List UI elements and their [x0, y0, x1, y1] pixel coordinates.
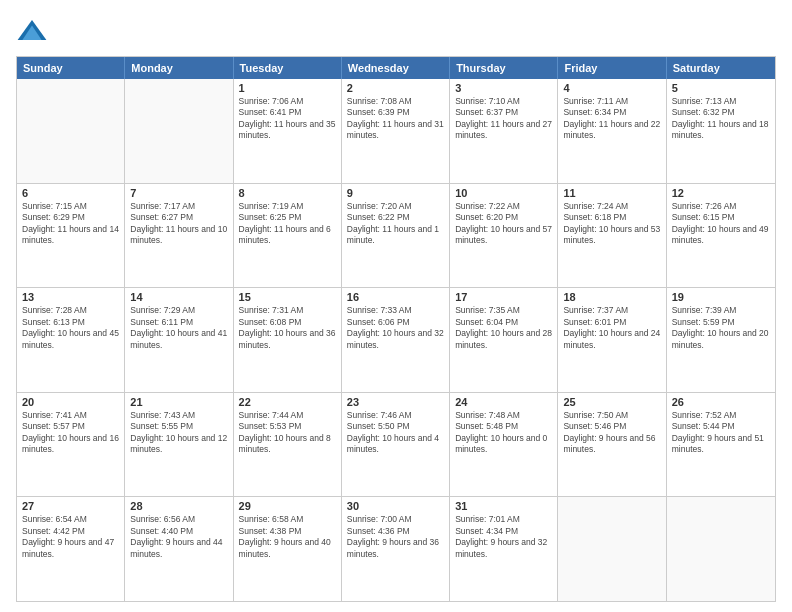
- day-number: 1: [239, 82, 336, 94]
- calendar-row-2: 13Sunrise: 7:28 AM Sunset: 6:13 PM Dayli…: [17, 287, 775, 392]
- day-cell-14: 14Sunrise: 7:29 AM Sunset: 6:11 PM Dayli…: [125, 288, 233, 392]
- day-info: Sunrise: 7:19 AM Sunset: 6:25 PM Dayligh…: [239, 201, 336, 247]
- day-info: Sunrise: 7:20 AM Sunset: 6:22 PM Dayligh…: [347, 201, 444, 247]
- day-cell-29: 29Sunrise: 6:58 AM Sunset: 4:38 PM Dayli…: [234, 497, 342, 601]
- day-info: Sunrise: 7:11 AM Sunset: 6:34 PM Dayligh…: [563, 96, 660, 142]
- day-info: Sunrise: 7:37 AM Sunset: 6:01 PM Dayligh…: [563, 305, 660, 351]
- day-cell-4: 4Sunrise: 7:11 AM Sunset: 6:34 PM Daylig…: [558, 79, 666, 183]
- day-info: Sunrise: 7:06 AM Sunset: 6:41 PM Dayligh…: [239, 96, 336, 142]
- day-info: Sunrise: 7:35 AM Sunset: 6:04 PM Dayligh…: [455, 305, 552, 351]
- logo-icon: [16, 16, 48, 48]
- day-info: Sunrise: 6:56 AM Sunset: 4:40 PM Dayligh…: [130, 514, 227, 560]
- calendar-row-0: 1Sunrise: 7:06 AM Sunset: 6:41 PM Daylig…: [17, 79, 775, 183]
- day-cell-26: 26Sunrise: 7:52 AM Sunset: 5:44 PM Dayli…: [667, 393, 775, 497]
- day-cell-11: 11Sunrise: 7:24 AM Sunset: 6:18 PM Dayli…: [558, 184, 666, 288]
- day-number: 26: [672, 396, 770, 408]
- day-cell-3: 3Sunrise: 7:10 AM Sunset: 6:37 PM Daylig…: [450, 79, 558, 183]
- day-info: Sunrise: 7:43 AM Sunset: 5:55 PM Dayligh…: [130, 410, 227, 456]
- day-info: Sunrise: 7:00 AM Sunset: 4:36 PM Dayligh…: [347, 514, 444, 560]
- day-info: Sunrise: 7:31 AM Sunset: 6:08 PM Dayligh…: [239, 305, 336, 351]
- day-number: 15: [239, 291, 336, 303]
- day-cell-6: 6Sunrise: 7:15 AM Sunset: 6:29 PM Daylig…: [17, 184, 125, 288]
- day-info: Sunrise: 7:33 AM Sunset: 6:06 PM Dayligh…: [347, 305, 444, 351]
- day-number: 2: [347, 82, 444, 94]
- empty-cell: [667, 497, 775, 601]
- day-number: 27: [22, 500, 119, 512]
- day-number: 7: [130, 187, 227, 199]
- day-number: 22: [239, 396, 336, 408]
- header-day-monday: Monday: [125, 57, 233, 79]
- day-cell-17: 17Sunrise: 7:35 AM Sunset: 6:04 PM Dayli…: [450, 288, 558, 392]
- day-cell-8: 8Sunrise: 7:19 AM Sunset: 6:25 PM Daylig…: [234, 184, 342, 288]
- day-number: 29: [239, 500, 336, 512]
- day-info: Sunrise: 7:24 AM Sunset: 6:18 PM Dayligh…: [563, 201, 660, 247]
- day-number: 16: [347, 291, 444, 303]
- day-number: 21: [130, 396, 227, 408]
- day-number: 24: [455, 396, 552, 408]
- calendar: SundayMondayTuesdayWednesdayThursdayFrid…: [16, 56, 776, 602]
- day-number: 25: [563, 396, 660, 408]
- calendar-row-4: 27Sunrise: 6:54 AM Sunset: 4:42 PM Dayli…: [17, 496, 775, 601]
- day-cell-2: 2Sunrise: 7:08 AM Sunset: 6:39 PM Daylig…: [342, 79, 450, 183]
- day-info: Sunrise: 7:46 AM Sunset: 5:50 PM Dayligh…: [347, 410, 444, 456]
- day-cell-31: 31Sunrise: 7:01 AM Sunset: 4:34 PM Dayli…: [450, 497, 558, 601]
- day-cell-28: 28Sunrise: 6:56 AM Sunset: 4:40 PM Dayli…: [125, 497, 233, 601]
- day-cell-9: 9Sunrise: 7:20 AM Sunset: 6:22 PM Daylig…: [342, 184, 450, 288]
- day-number: 3: [455, 82, 552, 94]
- logo: [16, 16, 52, 48]
- day-info: Sunrise: 7:13 AM Sunset: 6:32 PM Dayligh…: [672, 96, 770, 142]
- day-number: 4: [563, 82, 660, 94]
- day-number: 11: [563, 187, 660, 199]
- calendar-row-1: 6Sunrise: 7:15 AM Sunset: 6:29 PM Daylig…: [17, 183, 775, 288]
- day-number: 14: [130, 291, 227, 303]
- day-cell-12: 12Sunrise: 7:26 AM Sunset: 6:15 PM Dayli…: [667, 184, 775, 288]
- day-cell-18: 18Sunrise: 7:37 AM Sunset: 6:01 PM Dayli…: [558, 288, 666, 392]
- day-number: 5: [672, 82, 770, 94]
- day-cell-19: 19Sunrise: 7:39 AM Sunset: 5:59 PM Dayli…: [667, 288, 775, 392]
- page: SundayMondayTuesdayWednesdayThursdayFrid…: [0, 0, 792, 612]
- day-info: Sunrise: 6:54 AM Sunset: 4:42 PM Dayligh…: [22, 514, 119, 560]
- day-cell-15: 15Sunrise: 7:31 AM Sunset: 6:08 PM Dayli…: [234, 288, 342, 392]
- header-day-saturday: Saturday: [667, 57, 775, 79]
- calendar-row-3: 20Sunrise: 7:41 AM Sunset: 5:57 PM Dayli…: [17, 392, 775, 497]
- empty-cell: [558, 497, 666, 601]
- day-info: Sunrise: 7:29 AM Sunset: 6:11 PM Dayligh…: [130, 305, 227, 351]
- day-info: Sunrise: 7:52 AM Sunset: 5:44 PM Dayligh…: [672, 410, 770, 456]
- day-cell-13: 13Sunrise: 7:28 AM Sunset: 6:13 PM Dayli…: [17, 288, 125, 392]
- day-info: Sunrise: 7:39 AM Sunset: 5:59 PM Dayligh…: [672, 305, 770, 351]
- day-info: Sunrise: 7:17 AM Sunset: 6:27 PM Dayligh…: [130, 201, 227, 247]
- day-info: Sunrise: 7:10 AM Sunset: 6:37 PM Dayligh…: [455, 96, 552, 142]
- day-cell-30: 30Sunrise: 7:00 AM Sunset: 4:36 PM Dayli…: [342, 497, 450, 601]
- day-cell-24: 24Sunrise: 7:48 AM Sunset: 5:48 PM Dayli…: [450, 393, 558, 497]
- day-number: 20: [22, 396, 119, 408]
- day-info: Sunrise: 7:26 AM Sunset: 6:15 PM Dayligh…: [672, 201, 770, 247]
- header-day-wednesday: Wednesday: [342, 57, 450, 79]
- day-info: Sunrise: 7:28 AM Sunset: 6:13 PM Dayligh…: [22, 305, 119, 351]
- day-cell-25: 25Sunrise: 7:50 AM Sunset: 5:46 PM Dayli…: [558, 393, 666, 497]
- header-day-tuesday: Tuesday: [234, 57, 342, 79]
- day-cell-27: 27Sunrise: 6:54 AM Sunset: 4:42 PM Dayli…: [17, 497, 125, 601]
- day-cell-7: 7Sunrise: 7:17 AM Sunset: 6:27 PM Daylig…: [125, 184, 233, 288]
- day-number: 12: [672, 187, 770, 199]
- day-info: Sunrise: 7:22 AM Sunset: 6:20 PM Dayligh…: [455, 201, 552, 247]
- day-cell-1: 1Sunrise: 7:06 AM Sunset: 6:41 PM Daylig…: [234, 79, 342, 183]
- day-cell-22: 22Sunrise: 7:44 AM Sunset: 5:53 PM Dayli…: [234, 393, 342, 497]
- day-number: 18: [563, 291, 660, 303]
- day-info: Sunrise: 7:50 AM Sunset: 5:46 PM Dayligh…: [563, 410, 660, 456]
- day-info: Sunrise: 7:44 AM Sunset: 5:53 PM Dayligh…: [239, 410, 336, 456]
- day-number: 28: [130, 500, 227, 512]
- calendar-body: 1Sunrise: 7:06 AM Sunset: 6:41 PM Daylig…: [17, 79, 775, 601]
- header-day-friday: Friday: [558, 57, 666, 79]
- day-info: Sunrise: 6:58 AM Sunset: 4:38 PM Dayligh…: [239, 514, 336, 560]
- empty-cell: [125, 79, 233, 183]
- day-number: 8: [239, 187, 336, 199]
- header-day-sunday: Sunday: [17, 57, 125, 79]
- day-cell-10: 10Sunrise: 7:22 AM Sunset: 6:20 PM Dayli…: [450, 184, 558, 288]
- day-info: Sunrise: 7:15 AM Sunset: 6:29 PM Dayligh…: [22, 201, 119, 247]
- day-number: 13: [22, 291, 119, 303]
- day-info: Sunrise: 7:01 AM Sunset: 4:34 PM Dayligh…: [455, 514, 552, 560]
- day-number: 31: [455, 500, 552, 512]
- day-number: 6: [22, 187, 119, 199]
- day-cell-16: 16Sunrise: 7:33 AM Sunset: 6:06 PM Dayli…: [342, 288, 450, 392]
- calendar-header: SundayMondayTuesdayWednesdayThursdayFrid…: [17, 57, 775, 79]
